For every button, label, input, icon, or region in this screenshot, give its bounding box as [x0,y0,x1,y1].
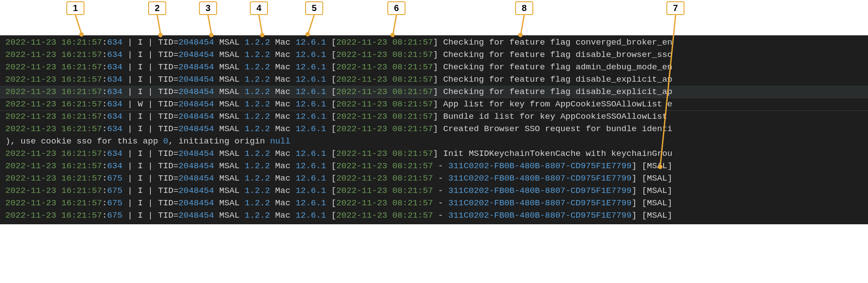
callout-pointer [307,15,315,36]
log-tid-label: TID= [158,198,178,208]
log-tid-label: TID= [158,186,178,196]
log-platform: Mac [270,149,296,158]
log-tid-label: TID= [158,174,178,183]
log-inner-timestamp: 2022-11-23 08:21:57 [336,211,433,220]
log-time: 16:21:57 [61,87,102,97]
log-inner-timestamp: 2022-11-23 08:21:57 [336,99,433,109]
log-tid-label: TID= [158,62,178,72]
log-sdk-name: MSAL [214,198,245,208]
log-date: 2022-11-23 [5,149,56,158]
log-os-version: 12.6.1 [295,75,326,84]
log-tid: 2048454 [179,161,214,171]
log-sdk-version: 1.2.2 [245,75,270,84]
log-tid-label: TID= [158,161,178,171]
log-viewer: 2022-11-23 16:21:57:634 | I | TID=204845… [0,35,868,224]
log-line: 2022-11-23 16:21:57:675 | I | TID=204845… [0,197,868,209]
log-tid-label: TID= [158,87,178,97]
log-inner-timestamp: 2022-11-23 08:21:57 [336,112,433,121]
callout-3: 3 [199,1,217,37]
callout-number: 7 [666,1,684,15]
log-inner-timestamp: 2022-11-23 08:21:57 [336,161,433,171]
log-os-version: 12.6.1 [295,99,326,109]
log-message: [MSAL] [642,211,672,220]
log-time: 16:21:57 [61,124,102,134]
log-sdk-name: MSAL [214,62,245,72]
callout-5: 5 [305,1,323,37]
log-message: Checking for feature flag disable_explic… [443,75,672,84]
log-line: 2022-11-23 16:21:57:634 | W | TID=204845… [0,98,868,110]
log-date: 2022-11-23 [5,75,56,84]
log-line: 2022-11-23 16:21:57:634 | I | TID=204845… [0,61,868,73]
log-os-version: 12.6.1 [295,186,326,196]
log-sdk-name: MSAL [214,38,245,47]
log-time: 16:21:57 [61,161,102,171]
log-level: W [138,99,143,109]
callout-1: 1 [66,1,84,37]
log-inner-timestamp: 2022-11-23 08:21:57 [336,75,433,84]
log-separator: | [122,112,138,121]
log-date: 2022-11-23 [5,174,56,183]
log-line: 2022-11-23 16:21:57:634 | I | TID=204845… [0,49,868,61]
log-correlation-id: 311C0202-FB0B-480B-8807-CD975F1E7799 [448,211,632,220]
log-ms: 634 [107,161,122,171]
log-time: 16:21:57 [61,186,102,196]
log-sdk-version: 1.2.2 [245,198,270,208]
log-tid-label: TID= [158,149,178,158]
log-tid: 2048454 [179,124,214,134]
log-message: Checking for feature flag disable_browse… [443,50,672,60]
log-platform: Mac [270,211,296,220]
log-time: 16:21:57 [61,38,102,47]
log-sdk-version: 1.2.2 [245,112,270,121]
log-separator: | [143,87,158,97]
log-sdk-name: MSAL [214,174,245,183]
log-tid-label: TID= [158,75,178,84]
log-time: 16:21:57 [61,174,102,183]
log-message: ), use cookie sso for this app [5,136,163,146]
log-platform: Mac [270,161,296,171]
callout-pointer [207,15,212,37]
log-os-version: 12.6.1 [295,87,326,97]
log-ms: 634 [107,112,122,121]
log-tid: 2048454 [179,112,214,121]
callout-pointer [392,15,397,37]
log-line: 2022-11-23 16:21:57:675 | I | TID=204845… [0,185,868,197]
log-level: I [138,112,143,121]
log-line: 2022-11-23 16:21:57:634 | I | TID=204845… [0,123,868,135]
log-tid: 2048454 [179,99,214,109]
log-level: I [138,198,143,208]
annotation-callouts: 12345678 [0,0,868,35]
log-separator: | [122,186,138,196]
log-os-version: 12.6.1 [295,149,326,158]
log-platform: Mac [270,112,296,121]
log-ms: 634 [107,99,122,109]
callout-number: 1 [66,1,84,15]
log-platform: Mac [270,174,296,183]
log-inner-timestamp: 2022-11-23 08:21:57 [336,198,433,208]
log-inner-timestamp: 2022-11-23 08:21:57 [336,38,433,47]
log-correlation-id: 311C0202-FB0B-480B-8807-CD975F1E7799 [448,198,632,208]
log-platform: Mac [270,124,296,134]
log-separator: | [122,75,138,84]
log-date: 2022-11-23 [5,124,56,134]
log-separator: | [122,149,138,158]
log-separator: | [143,211,158,220]
log-tid: 2048454 [179,62,214,72]
log-tid-label: TID= [158,50,178,60]
log-line: 2022-11-23 16:21:57:634 | I | TID=204845… [0,73,868,86]
log-line: 2022-11-23 16:21:57:634 | I | TID=204845… [0,160,868,172]
log-separator: | [143,38,158,47]
log-null: null [270,136,291,146]
log-tid: 2048454 [179,75,214,84]
log-line: 2022-11-23 16:21:57:634 | I | TID=204845… [0,147,868,160]
callout-7: 7 [666,1,684,15]
log-inner-timestamp: 2022-11-23 08:21:57 [336,186,433,196]
log-separator: | [122,87,138,97]
log-tid: 2048454 [179,211,214,220]
log-tid-label: TID= [158,124,178,134]
log-sdk-name: MSAL [214,186,245,196]
callout-number: 6 [387,1,405,15]
log-sdk-name: MSAL [214,99,245,109]
log-separator: | [122,99,138,109]
callout-2: 2 [148,1,166,37]
log-platform: Mac [270,75,296,84]
